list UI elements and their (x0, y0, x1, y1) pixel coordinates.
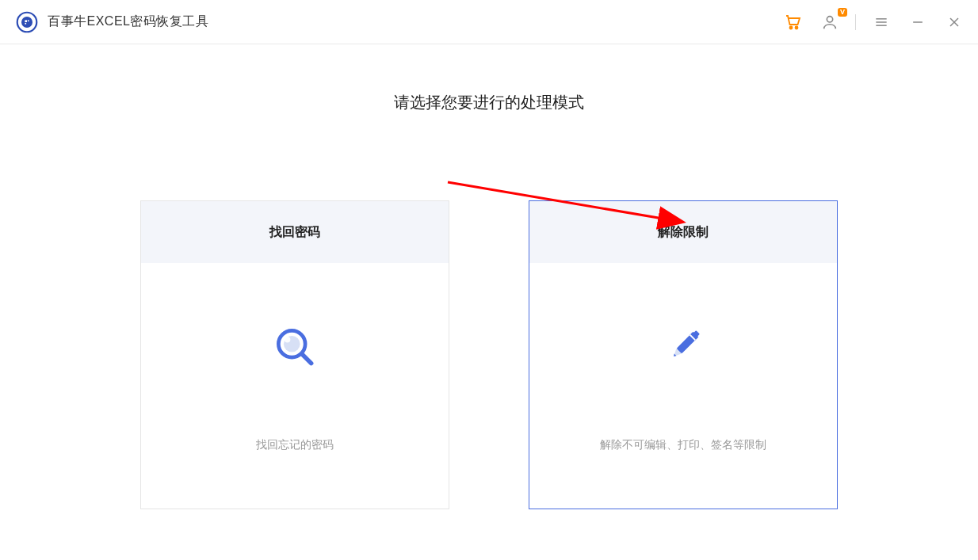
main-content: 请选择您要进行的处理模式 找回密码 找回忘记的密码 解除限制 (0, 44, 978, 509)
svg-rect-3 (28, 20, 29, 21)
search-icon (267, 319, 323, 375)
pencil-icon (655, 319, 711, 375)
svg-point-7 (827, 16, 832, 21)
card-desc: 找回忘记的密码 (256, 438, 334, 452)
mode-cards: 找回密码 找回忘记的密码 解除限制 (0, 200, 978, 509)
menu-button[interactable] (870, 11, 892, 33)
titlebar-left: 百事牛EXCEL密码恢复工具 (16, 11, 208, 33)
card-title: 找回密码 (141, 201, 449, 263)
card-title: 解除限制 (529, 201, 837, 263)
close-button[interactable] (943, 11, 965, 33)
titlebar-right: V (782, 11, 965, 33)
cart-button[interactable] (782, 11, 804, 33)
app-logo (16, 11, 38, 33)
svg-point-16 (285, 337, 291, 343)
page-title: 请选择您要进行的处理模式 (0, 92, 978, 113)
card-body: 解除不可编辑、打印、签名等限制 (529, 263, 837, 509)
svg-rect-2 (25, 20, 27, 22)
svg-point-5 (790, 26, 793, 29)
user-button[interactable]: V (819, 11, 841, 33)
vip-badge: V (838, 8, 847, 17)
svg-point-6 (796, 26, 798, 29)
card-body: 找回忘记的密码 (141, 263, 449, 509)
minimize-button[interactable] (907, 11, 929, 33)
card-recover-password[interactable]: 找回密码 找回忘记的密码 (140, 200, 449, 509)
app-title: 百事牛EXCEL密码恢复工具 (48, 13, 208, 30)
svg-line-17 (302, 354, 311, 363)
card-remove-restriction[interactable]: 解除限制 解除不可编辑、打印、签名等限制 (529, 200, 838, 509)
titlebar: 百事牛EXCEL密码恢复工具 V (0, 0, 978, 44)
divider (855, 14, 856, 30)
svg-rect-4 (25, 22, 26, 24)
card-desc: 解除不可编辑、打印、签名等限制 (600, 438, 766, 452)
